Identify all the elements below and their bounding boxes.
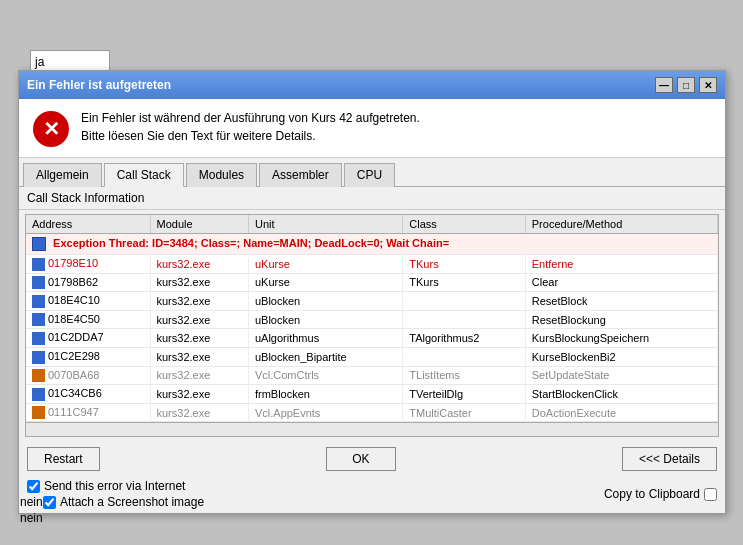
error-header: ✕ Ein Fehler ist während der Ausführung … [19, 99, 725, 158]
tab-allgemein[interactable]: Allgemein [23, 163, 102, 187]
details-button[interactable]: <<< Details [622, 447, 717, 471]
tab-modules[interactable]: Modules [186, 163, 257, 187]
section-label: Call Stack Information [19, 187, 725, 210]
maximize-button[interactable]: □ [677, 77, 695, 93]
col-address: Address [26, 215, 150, 234]
table-scroll[interactable]: Address Module Unit Class Procedure/Meth… [26, 215, 718, 422]
table-row[interactable]: 018E4C10 kurs32.exe uBlocken ResetBlock [26, 292, 718, 311]
exception-row[interactable]: Exception Thread: ID=3484; Class=; Name=… [26, 234, 718, 255]
table-header: Address Module Unit Class Procedure/Meth… [26, 215, 718, 234]
send-error-checkbox-item: Send this error via Internet [27, 479, 204, 493]
table-row[interactable]: 0111C947 kurs32.exe Vcl.AppEvnts TMultiC… [26, 403, 718, 422]
error-icon: ✕ [33, 111, 69, 147]
ok-button[interactable]: OK [326, 447, 396, 471]
attach-screenshot-checkbox-item: Attach a Screenshot image [43, 495, 204, 509]
row-icon-dll [32, 406, 45, 419]
close-button[interactable]: ✕ [699, 77, 717, 93]
row-icon [32, 351, 45, 364]
restart-button[interactable]: Restart [27, 447, 100, 471]
error-line2: Bitte löesen Sie den Text für weitere De… [81, 127, 420, 145]
send-error-checkbox[interactable] [27, 480, 40, 493]
attach-screenshot-checkbox[interactable] [43, 496, 56, 509]
exception-text: Exception Thread: ID=3484; Class=; Name=… [26, 234, 718, 255]
row-icon [32, 258, 45, 271]
dialog-title: Ein Fehler ist aufgetreten [27, 78, 171, 92]
copy-to-clipboard-label: Copy to Clipboard [604, 487, 700, 501]
top-input-value: ja [35, 55, 44, 69]
table-row[interactable]: 01C2DDA7 kurs32.exe uAlgorithmus TAlgori… [26, 329, 718, 348]
row-icon-dll [32, 369, 45, 382]
col-procedure: Procedure/Method [525, 215, 717, 234]
callstack-table-container: Address Module Unit Class Procedure/Meth… [25, 214, 719, 437]
error-text: Ein Fehler ist während der Ausführung vo… [81, 109, 420, 145]
col-module: Module [150, 215, 248, 234]
col-unit: Unit [248, 215, 402, 234]
buttons-row: Restart OK <<< Details [19, 441, 725, 477]
checkbox-group: Send this error via Internet Attach a Sc… [27, 479, 204, 509]
error-line1: Ein Fehler ist während der Ausführung vo… [81, 109, 420, 127]
copy-to-clipboard-checkbox[interactable] [704, 488, 717, 501]
dialog-titlebar: Ein Fehler ist aufgetreten — □ ✕ [19, 71, 725, 99]
attach-screenshot-label: Attach a Screenshot image [60, 495, 204, 509]
table-row[interactable]: 0070BA68 kurs32.exe Vcl.ComCtrls TListIt… [26, 366, 718, 385]
table-row[interactable]: 018E4C50 kurs32.exe uBlocken ResetBlocku… [26, 310, 718, 329]
col-class: Class [403, 215, 525, 234]
table-row[interactable]: 01798E10 kurs32.exe uKurse TKurs Entfern… [26, 255, 718, 274]
titlebar-buttons: — □ ✕ [655, 77, 717, 93]
table-row[interactable]: 01C2E298 kurs32.exe uBlocken_Bipartite K… [26, 348, 718, 367]
tab-bar: Allgemein Call Stack Modules Assembler C… [19, 158, 725, 187]
error-dialog: Ein Fehler ist aufgetreten — □ ✕ ✕ Ein F… [18, 70, 726, 514]
row-icon [32, 276, 45, 289]
clipboard-row: Copy to Clipboard [604, 487, 717, 501]
tab-callstack[interactable]: Call Stack [104, 163, 184, 187]
horizontal-scrollbar[interactable] [26, 422, 718, 436]
checkboxes-row: Send this error via Internet Attach a Sc… [19, 477, 725, 513]
exception-row-icon [32, 237, 46, 251]
tab-assembler[interactable]: Assembler [259, 163, 342, 187]
tab-cpu[interactable]: CPU [344, 163, 395, 187]
table-body: Exception Thread: ID=3484; Class=; Name=… [26, 234, 718, 422]
bottom-items: nein nein [20, 495, 43, 525]
minimize-button[interactable]: — [655, 77, 673, 93]
table-row[interactable]: 01C34CB6 kurs32.exe frmBlocken TVerteilD… [26, 385, 718, 404]
table-row[interactable]: 01798B62 kurs32.exe uKurse TKurs Clear [26, 273, 718, 292]
row-icon [32, 388, 45, 401]
send-error-label: Send this error via Internet [44, 479, 185, 493]
row-icon [32, 313, 45, 326]
row-icon [32, 295, 45, 308]
callstack-table: Address Module Unit Class Procedure/Meth… [26, 215, 718, 422]
row-icon [32, 332, 45, 345]
